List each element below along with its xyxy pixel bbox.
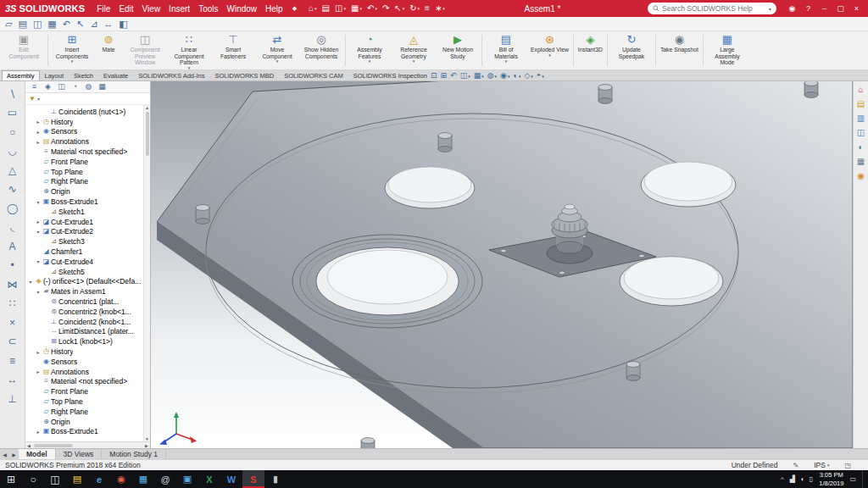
notification-center-icon[interactable]: ▭ (849, 476, 856, 483)
instant3d-button[interactable]: ◈Instant3D (576, 32, 605, 69)
menu-file[interactable]: File (92, 4, 114, 14)
view-settings-button[interactable]: ◓▾ (537, 72, 544, 80)
expander-closed-icon[interactable]: ▸ (35, 349, 42, 355)
relations-tool-button[interactable]: ⊥ (4, 391, 21, 407)
tree-item-concentric2-knob-1[interactable]: ⊚Concentric2 (knob<1... (25, 307, 150, 317)
take-snapshot-button[interactable]: ◉Take Snapshot (658, 32, 701, 69)
scrollbar-thumb[interactable] (34, 444, 73, 447)
scroll-right-icon[interactable]: ▶ (143, 443, 150, 448)
search-button[interactable]: ○ (22, 470, 44, 488)
tab-scroll-right-icon[interactable]: ▶ (9, 449, 19, 459)
custom-properties-tab[interactable]: ▦ (857, 158, 865, 166)
exploded-view-button[interactable]: ⊛Exploded View▾ (528, 32, 571, 69)
tab-solidworks-inspection[interactable]: SOLIDWORKS Inspection (348, 70, 432, 80)
new-button[interactable]: ▱ (5, 19, 12, 29)
update-speedpak-button[interactable]: ↻Update Speedpak (609, 32, 654, 69)
file-properties-button[interactable]: ≡ (423, 2, 431, 15)
rectangle-tool-button[interactable]: ▭ (4, 105, 21, 121)
dimension-tool-button[interactable]: ↔ (4, 372, 21, 388)
tab-solidworks-add-ins[interactable]: SOLIDWORKS Add-Ins (133, 70, 209, 80)
start-button[interactable]: ⊞ (0, 470, 22, 488)
expander-closed-icon[interactable]: ▸ (35, 219, 42, 225)
panel-tab-configurationmanager[interactable]: ◫ (56, 83, 67, 91)
login-button[interactable]: ◉ (784, 2, 800, 15)
open-button[interactable]: ▤ (320, 2, 331, 15)
tray-expand-icon[interactable]: ^ (781, 476, 784, 483)
tree-item-front-plane[interactable]: ▱Front Plane (25, 386, 150, 396)
tree-item-annotations[interactable]: ▸▤Annotations (25, 367, 150, 377)
taskbar-app-mail[interactable]: @ (154, 470, 176, 488)
menu-insert[interactable]: Insert (164, 4, 194, 14)
close-button[interactable]: × (849, 2, 865, 15)
tray-volume-icon[interactable]: ◖ (800, 476, 804, 483)
solidworks-resources-tab[interactable]: ⌂ (858, 86, 863, 94)
tree-item-top-plane[interactable]: ▱Top Plane (25, 396, 150, 407)
line-tool-button[interactable]: ∖ (4, 86, 21, 102)
convert-entities-tool-button[interactable]: ⊂ (4, 334, 21, 350)
panel-tab-propertymanager[interactable]: ◈ (42, 83, 53, 91)
tab-scroll-left-icon[interactable]: ◀ (0, 449, 9, 459)
tree-item-history[interactable]: ▸◷History (25, 347, 150, 357)
search-box[interactable]: ▾ (648, 3, 776, 14)
taskbar-app-store[interactable]: ▦ (132, 470, 154, 488)
tree-item-material-not-specified[interactable]: ≡Material <not specified> (25, 377, 150, 387)
tree-item-concentric1-plat[interactable]: ⊚Concentric1 (plat... (25, 297, 150, 307)
help-button[interactable]: ? (800, 2, 816, 15)
expander-open-icon[interactable]: ▾ (27, 279, 34, 285)
design-library-tab[interactable]: ▤ (857, 100, 865, 108)
smart-fasteners-button[interactable]: ⊤Smart Fasteners (211, 32, 255, 69)
display-style-button[interactable]: ◍▾ (487, 72, 497, 80)
appearances-tab[interactable]: ◐ (858, 143, 863, 152)
tree-item-front-plane[interactable]: ▱Front Plane (25, 157, 150, 167)
tree-item-orifice-1-default-defa[interactable]: ▾◈(-) orifice<1> (Default<<Defa... (25, 277, 150, 287)
edit-appearance-button[interactable]: ◐▾ (513, 72, 520, 80)
menu-help[interactable]: Help (261, 4, 287, 14)
tree-horizontal-scrollbar[interactable]: ◀ ▶ (25, 441, 150, 448)
point-tool-button[interactable]: • (4, 258, 21, 274)
text-tool-button[interactable]: A (4, 238, 21, 254)
print-button[interactable]: ▦ (47, 19, 56, 29)
arc-tool-button[interactable]: ◡ (4, 143, 21, 159)
trim-tool-button[interactable]: × (4, 314, 21, 330)
panel-tab-dimxpertmanager[interactable]: ◔ (70, 83, 81, 91)
view-orientation-button[interactable]: ▦▾ (474, 72, 484, 80)
taskbar-app-terminal[interactable]: ▮ (264, 470, 287, 488)
offset-tool-button[interactable]: ≡ (4, 352, 21, 369)
doc-tab-model[interactable]: Model (19, 449, 56, 459)
tree-vertical-scrollbar[interactable]: ▲ ▼ (143, 105, 150, 441)
tree-item-lock1-knob-1[interactable]: ⊠Lock1 (knob<1>) (25, 336, 150, 347)
move-component-button[interactable]: ⇄Move Component▾ (255, 32, 299, 69)
units-selector[interactable]: IPS ▾ (814, 461, 829, 469)
assembly-features-button[interactable]: ◔Assembly Features▾ (348, 32, 392, 69)
redo-button[interactable]: ↷ (381, 2, 391, 15)
measure-button[interactable]: ↔ (103, 19, 113, 29)
tree-item-cut-extrude2[interactable]: ▾◪Cut-Extrude2 (25, 227, 150, 237)
mirror-tool-button[interactable]: ⋈ (4, 276, 21, 292)
edit-sketch-icon[interactable]: ✎ (793, 462, 799, 469)
undo-button[interactable]: ↶▾ (365, 2, 379, 15)
expander-closed-icon[interactable]: ▸ (35, 129, 42, 135)
tree-item-right-plane[interactable]: ▱Right Plane (25, 407, 150, 417)
forum-tab[interactable]: ◉ (857, 172, 865, 180)
tree-item-right-plane[interactable]: ▱Right Plane (25, 177, 150, 187)
panel-tab-cam-tree[interactable]: ▦ (97, 83, 108, 91)
tree-item-sketch1[interactable]: ⊿Sketch1 (25, 207, 150, 217)
doc-tab-motion-study-1[interactable]: Motion Study 1 (102, 449, 166, 459)
scroll-up-icon[interactable]: ▲ (145, 105, 149, 110)
3d-model-canvas[interactable] (151, 81, 853, 448)
tree-item-cut-extrude4[interactable]: ▾◪Cut-Extrude4 (25, 257, 150, 267)
section-button[interactable]: ◧ (119, 19, 127, 29)
expander-closed-icon[interactable]: ▸ (35, 139, 42, 145)
tree-item-sketch5[interactable]: ⊿Sketch5 (25, 267, 150, 277)
tree-item-origin[interactable]: ⊕Origin (25, 186, 150, 197)
hide-show-items-button[interactable]: ◉▾ (500, 72, 509, 80)
chevron-down-icon[interactable]: ▾ (37, 96, 40, 102)
tree-item-limitdistance1-plater[interactable]: ↔LimitDistance1 (plater... (25, 327, 150, 337)
tray-network-icon[interactable]: ▟ (790, 476, 795, 483)
tree-item-annotations[interactable]: ▸▤Annotations (25, 136, 150, 147)
tab-solidworks-mbd[interactable]: SOLIDWORKS MBD (210, 70, 280, 80)
taskbar-app-file-explorer[interactable]: ▤ (66, 470, 88, 488)
tree-item-boss-extrude1[interactable]: ▸▣Boss-Extrude1 (25, 427, 150, 437)
tab-sketch[interactable]: Sketch (69, 70, 98, 80)
taskbar-app-solidworks[interactable]: S (242, 470, 264, 488)
